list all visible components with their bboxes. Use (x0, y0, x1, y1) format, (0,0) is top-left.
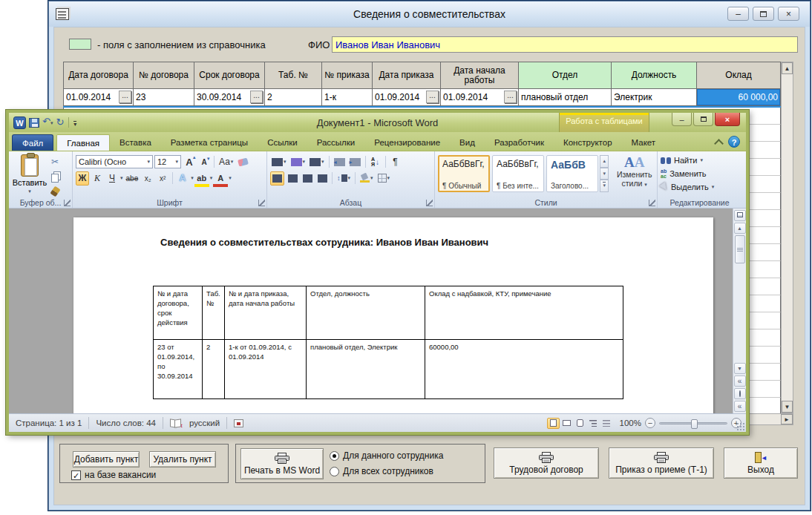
grid-cell[interactable]: 01.09.2014... (373, 89, 441, 106)
app-titlebar[interactable]: Сведения о совместительствах – × (49, 1, 810, 27)
grid-column-header[interactable]: № договора (134, 62, 194, 89)
labor-contract-button[interactable]: Трудовой договор (494, 447, 599, 479)
exit-button[interactable]: ◄ Выход (724, 447, 798, 479)
grow-font-button[interactable]: А▲ (183, 155, 196, 169)
tab-Разметка страницы[interactable]: Разметка страницы (161, 134, 258, 151)
style-scroll-down[interactable]: ▾ (600, 168, 609, 180)
grid-column-header[interactable]: Должность (612, 62, 697, 89)
style-scroll-up[interactable]: ▴ (600, 155, 609, 168)
status-page-count[interactable]: Страница: 1 из 1 (9, 419, 88, 427)
show-paragraph-marks-button[interactable]: ¶ (389, 155, 402, 169)
tab-Разработчик[interactable]: Разработчик (485, 134, 554, 151)
radio-selected-icon[interactable] (330, 451, 339, 461)
ellipsis-button[interactable]: ... (426, 91, 439, 103)
scroll-up-button[interactable]: ▲ (734, 223, 746, 234)
print-layout-view-button[interactable] (547, 418, 560, 429)
save-icon[interactable] (29, 118, 39, 128)
align-left-button[interactable] (270, 171, 284, 186)
select-browse-object-button[interactable] (734, 388, 746, 399)
status-language[interactable]: русский (188, 419, 226, 427)
align-right-button[interactable] (301, 171, 314, 186)
borders-button[interactable]: ▾ (376, 171, 392, 186)
word-maximize-button[interactable] (693, 113, 713, 126)
grid-cell[interactable]: 1-к (322, 89, 373, 106)
find-button[interactable]: Найти▾ (661, 154, 739, 167)
justify-button[interactable] (315, 171, 329, 186)
format-painter-button[interactable] (48, 185, 62, 198)
tab-Вставка[interactable]: Вставка (110, 134, 161, 151)
multilevel-list-button[interactable]: ▾ (308, 155, 326, 169)
text-effects-button[interactable]: А (176, 171, 189, 186)
tab-Главная[interactable]: Главная (56, 134, 110, 151)
style-item[interactable]: АаБбВЗаголово... (546, 155, 598, 192)
scroll-down-button[interactable]: ▼ (782, 401, 793, 413)
fio-input[interactable] (332, 36, 798, 53)
change-styles-button[interactable]: АА Изменить стили ▾ (615, 155, 654, 189)
status-word-count[interactable]: Число слов: 44 (89, 419, 163, 427)
increase-indent-button[interactable] (348, 155, 362, 169)
word-titlebar[interactable]: W ↶▾ ↻ ▾ Документ1 - Microsoft Word Рабо… (9, 113, 746, 132)
zoom-slider[interactable] (659, 422, 727, 424)
paste-button[interactable]: Вставить ▾ (12, 154, 48, 195)
word-app-icon[interactable]: W (13, 117, 26, 129)
tab-Макет[interactable]: Макет (622, 134, 666, 151)
redo-icon[interactable]: ↻ (56, 117, 64, 128)
dialog-launcher-icon[interactable] (649, 200, 655, 206)
replace-button[interactable]: abac Заменить (661, 167, 739, 180)
word-vertical-scrollbar[interactable]: ▲ ▼ « « (733, 209, 746, 413)
vacancy-checkbox-row[interactable]: ✓ на базе вакансии (71, 470, 156, 480)
grid-column-header[interactable]: Дата приказа (373, 62, 441, 89)
ellipsis-button[interactable]: ... (250, 91, 263, 103)
word-minimize-button[interactable]: – (672, 113, 692, 126)
maximize-button[interactable] (753, 7, 774, 21)
status-spellcheck[interactable]: × (163, 419, 188, 427)
dialog-launcher-icon[interactable] (64, 200, 71, 206)
dialog-launcher-icon[interactable] (426, 200, 433, 206)
italic-button[interactable]: K (91, 171, 104, 186)
grid-column-header[interactable]: Дата договора (63, 62, 134, 89)
collapse-ribbon-icon[interactable] (714, 139, 724, 148)
ellipsis-button[interactable]: ... (119, 91, 131, 103)
grid-cell[interactable]: 60 000,00 (697, 89, 781, 106)
tab-Конструктор[interactable]: Конструктор (554, 134, 622, 151)
grid-vertical-scrollbar[interactable]: ▲ ▼ (781, 62, 793, 413)
font-color-button[interactable]: А (214, 171, 227, 186)
line-spacing-button[interactable]: ↕▾ (335, 171, 352, 186)
draft-view-button[interactable] (600, 418, 613, 429)
document-page[interactable]: Сведения о совместительствах сотрудника:… (73, 217, 713, 413)
shrink-font-button[interactable]: А▼ (197, 155, 211, 169)
style-item[interactable]: АаБбВвГг,¶ Обычный (438, 155, 490, 192)
undo-icon[interactable]: ↶▾ (42, 117, 53, 128)
grid-cell[interactable]: 23 (134, 89, 194, 106)
web-layout-view-button[interactable] (574, 418, 586, 429)
font-family-combo[interactable]: Calibri (Осно▾ (76, 155, 153, 168)
checkbox-checked-icon[interactable]: ✓ (71, 470, 81, 480)
grid-column-header[interactable]: Отдел (519, 62, 612, 89)
ruler-toggle-icon[interactable] (734, 210, 746, 221)
grid-cell[interactable]: 01.09.2014... (63, 89, 134, 106)
tab-Рассылки[interactable]: Рассылки (307, 134, 365, 151)
font-size-combo[interactable]: 12▾ (154, 155, 181, 168)
close-button[interactable]: × (778, 7, 799, 21)
grid-column-header[interactable]: Дата начала работы (441, 62, 519, 89)
outline-view-button[interactable] (587, 418, 600, 429)
align-center-button[interactable] (286, 171, 299, 186)
grid-cell[interactable]: плановый отдел (519, 89, 612, 106)
grid-cell[interactable]: 01.09.2014... (441, 89, 519, 106)
radio-unselected-icon[interactable] (330, 467, 339, 476)
bullets-button[interactable]: ▾ (270, 155, 288, 169)
zoom-out-button[interactable]: − (645, 418, 655, 428)
numbering-button[interactable]: ▾ (289, 155, 307, 169)
qat-customize-icon[interactable]: ▾ (73, 121, 76, 127)
scroll-up-button[interactable]: ▲ (782, 62, 793, 74)
tab-Файл[interactable]: Файл (12, 134, 53, 151)
ellipsis-button[interactable]: ... (504, 91, 517, 103)
grid-cell[interactable]: Электрик (612, 89, 697, 106)
delete-item-button[interactable]: Удалить пункт (149, 451, 216, 468)
fullscreen-reading-view-button[interactable] (560, 418, 573, 429)
strikethrough-button[interactable]: abe (125, 171, 140, 186)
clear-formatting-button[interactable] (236, 155, 249, 169)
previous-page-button[interactable]: « (734, 375, 746, 387)
print-ms-word-button[interactable]: Печать в MS Word (240, 448, 324, 479)
copy-button[interactable] (48, 170, 62, 183)
